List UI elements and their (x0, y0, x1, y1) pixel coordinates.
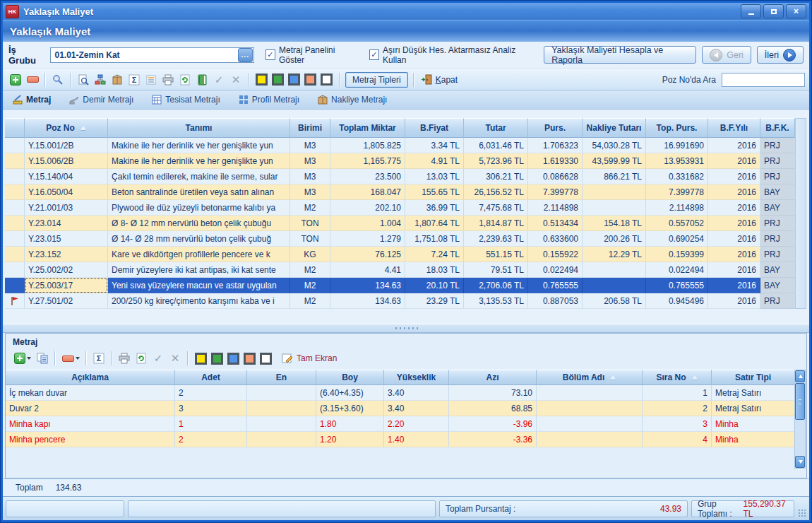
grid-header-cell[interactable]: Yükseklik (384, 370, 449, 385)
grid-cell[interactable]: 1,165.775 (330, 153, 405, 169)
grid-cell[interactable]: Makine ile her derinlik ve her genişlikt… (108, 153, 290, 169)
grid-header-cell[interactable]: Toplam Miktar (330, 118, 405, 138)
color-swatch-button[interactable] (272, 74, 284, 86)
print-button[interactable] (116, 350, 133, 367)
grid-cell[interactable]: (6.40+4.35) (316, 385, 384, 401)
grid-cell[interactable]: Metraj Satırı (712, 385, 795, 401)
find-document-button[interactable] (75, 71, 92, 88)
apply-button[interactable]: ✓ (210, 71, 227, 88)
cancel-button[interactable]: ✕ (167, 350, 184, 367)
poz-no-search-input[interactable] (722, 73, 805, 87)
grid-cell[interactable]: PRJ (760, 138, 795, 153)
row-selector-cell[interactable] (5, 184, 25, 200)
grid-header-cell[interactable]: Adet (175, 370, 247, 385)
grid-cell[interactable]: 2016 (708, 184, 760, 200)
scroll-down-button[interactable] (795, 456, 805, 468)
row-selector-cell[interactable] (5, 247, 25, 262)
grid-cell[interactable]: 76.125 (330, 247, 405, 262)
grid-cell[interactable]: M3 (290, 169, 330, 184)
grid-cell[interactable]: 54,030.28 TL (583, 138, 646, 153)
table-row[interactable]: Y.15.001/2BMakine ile her derinlik ve he… (5, 138, 795, 153)
color-swatch-button[interactable] (211, 353, 223, 365)
grid-cell[interactable] (583, 200, 646, 216)
grid-header-cell[interactable]: Azı (449, 370, 537, 385)
grid-cell[interactable]: 2016 (708, 153, 760, 169)
grid-header-cell[interactable]: Tutar (464, 118, 528, 138)
delete-row-button[interactable] (24, 71, 41, 88)
combo-ellipsis-button[interactable]: ... (238, 48, 253, 62)
grid-cell[interactable]: 7.24 TL (405, 247, 464, 262)
grid-cell[interactable]: 12.29 TL (583, 247, 646, 262)
grid-cell[interactable] (583, 278, 646, 293)
grid-cell[interactable]: 2016 (708, 200, 760, 216)
sum-button[interactable]: Σ (126, 71, 143, 88)
table-row[interactable]: İç mekan duvar2(6.40+4.35)3.4073.101Metr… (6, 385, 806, 401)
grid-cell[interactable] (583, 262, 646, 278)
grid-cell[interactable]: Demir yüzeylere iki kat antipas, iki kat… (108, 262, 290, 278)
grid-cell[interactable]: 0.633600 (528, 231, 583, 247)
grid-cell[interactable]: 0.887053 (528, 293, 583, 309)
scrollbar-thumb[interactable] (795, 383, 805, 420)
grid-cell[interactable]: 0.155922 (528, 247, 583, 262)
sum-button[interactable]: Σ (90, 350, 107, 367)
grid-cell[interactable]: 0.022494 (646, 262, 708, 278)
tab-profil-metraji[interactable]: Profil Metrajı (239, 95, 299, 105)
grid-cell[interactable]: Minha (712, 432, 795, 447)
table-row[interactable]: Y.15.140/04Çakıl temin edilerek, makine … (5, 169, 795, 184)
color-swatch-button[interactable] (244, 353, 256, 365)
grid-cell[interactable]: 4.41 (330, 262, 405, 278)
grid-cell[interactable]: 2016 (708, 216, 760, 231)
grid-header-cell[interactable]: En (247, 370, 316, 385)
row-selector-cell[interactable] (5, 216, 25, 231)
grid-cell[interactable]: Çakıl temin edilerek, makine ile serme, … (108, 169, 290, 184)
grid-cell[interactable]: 1.80 (316, 416, 384, 432)
grid-cell[interactable]: M2 (290, 200, 330, 216)
grid-cell[interactable]: 2016 (708, 262, 760, 278)
grid-cell[interactable]: 0.022494 (528, 262, 583, 278)
grid-cell[interactable]: PRJ (760, 169, 795, 184)
grid-cell[interactable]: Y.27.501/02 (25, 293, 108, 309)
grid-cell[interactable]: Minha pencere (6, 432, 175, 447)
row-selector-cell[interactable] (5, 169, 25, 184)
grid-header-cell[interactable]: Tanımı (108, 118, 290, 138)
grid-cell[interactable]: BAY (760, 278, 795, 293)
site-structure-button[interactable] (92, 71, 109, 88)
grid-cell[interactable]: 551.15 TL (464, 247, 528, 262)
panel-splitter[interactable] (3, 324, 809, 333)
grid-cell[interactable]: Y.23.152 (25, 247, 108, 262)
grid-cell[interactable]: 2 (175, 432, 247, 447)
grid-cell[interactable]: 200.26 TL (583, 231, 646, 247)
grid-cell[interactable]: M3 (290, 184, 330, 200)
grid-cell[interactable]: 43,599.99 TL (583, 153, 646, 169)
grid-cell[interactable]: TON (290, 216, 330, 231)
color-swatch-button[interactable] (304, 74, 316, 86)
add-row-button[interactable] (7, 71, 24, 88)
kapat-button[interactable]: Kapat (418, 74, 460, 85)
grid-cell[interactable]: 3.40 (384, 385, 449, 401)
grid-cell[interactable]: 1.20 (316, 432, 384, 447)
grid-cell[interactable]: 2 (175, 385, 247, 401)
grid-header-cell[interactable]: Nakliye Tutarı (583, 118, 646, 138)
grid-cell[interactable]: Minha kapı (6, 416, 175, 432)
grid-cell[interactable]: -3.36 (449, 432, 537, 447)
grid-cell[interactable] (247, 385, 316, 401)
grid-cell[interactable]: 3 (643, 416, 712, 432)
grid-cell[interactable]: 23.500 (330, 169, 405, 184)
grid-header-cell[interactable] (5, 118, 25, 138)
maximize-button[interactable] (763, 4, 784, 18)
grid-header-cell[interactable]: Purs. (528, 118, 583, 138)
package-button[interactable] (109, 71, 126, 88)
delete-metraj-row-button[interactable] (59, 350, 82, 367)
grid-header-cell[interactable]: Boy (316, 370, 384, 385)
grid-cell[interactable]: 0.945496 (646, 293, 708, 309)
row-selector-cell[interactable] (5, 231, 25, 247)
grid-cell[interactable]: 79.51 TL (464, 262, 528, 278)
metraj-table-scrollbar[interactable] (794, 370, 806, 469)
grid-cell[interactable]: M3 (290, 153, 330, 169)
add-metraj-row-button[interactable] (11, 350, 34, 367)
grid-header-cell[interactable]: Açıklama (6, 370, 175, 385)
table-row[interactable]: Y.23.015Ø 14- Ø 28 mm nervürlü beton çel… (5, 231, 795, 247)
table-row[interactable]: Y.25.002/02Demir yüzeylere iki kat antip… (5, 262, 795, 278)
ileri-button[interactable]: İleri (757, 46, 804, 64)
tab-nakliye-metraji[interactable]: Nakliye Metrajı (318, 95, 387, 105)
